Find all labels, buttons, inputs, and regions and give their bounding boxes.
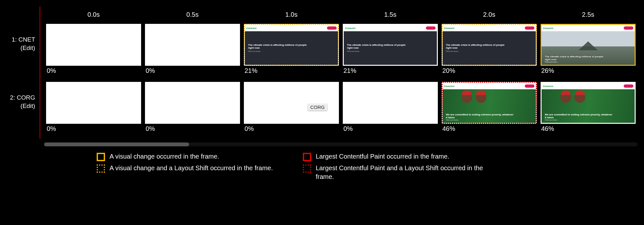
- mini-hero-h1: The climate crisis is affecting millions…: [545, 55, 605, 61]
- frame-thumb[interactable]: Concern The climate crisis is affecting …: [541, 24, 636, 66]
- legend-text: Largest Contentful Paint and a Layout Sh…: [316, 164, 483, 181]
- mini-logo: Concern: [444, 85, 454, 88]
- mini-hero: The climate crisis is affecting millions…: [344, 31, 437, 65]
- visual-complete-pct: 20%: [442, 67, 537, 74]
- mountain-shape: [579, 41, 598, 50]
- mini-logo: Concern: [543, 27, 553, 30]
- frame-cell[interactable]: Concern The climate crisis is affecting …: [242, 24, 341, 74]
- row-label-line1: 1: CNET: [12, 35, 35, 44]
- mini-hero: We are committed to ending extreme pover…: [443, 89, 536, 123]
- mini-hero: The climate crisis is affecting millions…: [245, 31, 338, 65]
- mini-hero-h1: The climate crisis is affecting millions…: [248, 44, 309, 50]
- filmstrip-container: 1: CNET (Edit) 2: CORG (Edit) 0.0s 0.5s …: [0, 0, 644, 139]
- mini-hero: We are committed to ending extreme pover…: [542, 89, 635, 123]
- visual-complete-pct: 26%: [541, 67, 636, 74]
- frame-cell[interactable]: Concern We are committed to ending extre…: [440, 82, 539, 132]
- swatch-red-dotted-icon: [303, 164, 311, 173]
- mini-header: Concern: [443, 25, 536, 31]
- mini-logo: Concern: [543, 85, 553, 88]
- frame-cell[interactable]: 0%: [341, 82, 440, 132]
- frame-cell[interactable]: 0%: [143, 24, 242, 74]
- filmstrip-row-cnet: 0% 0% Concern The climate crisis is affe…: [44, 23, 644, 81]
- mini-hero: The climate crisis is affecting millions…: [443, 31, 536, 65]
- visual-complete-pct: 0%: [46, 67, 141, 74]
- legend-item-visual-change-cls: A visual change and a Layout Shift occur…: [97, 164, 277, 173]
- frame-thumb[interactable]: Concern The climate crisis is affecting …: [244, 24, 339, 66]
- mini-page: Concern We are committed to ending extre…: [443, 83, 536, 123]
- frame-cell[interactable]: 0%: [143, 82, 242, 132]
- mini-page: Concern The climate crisis is affecting …: [542, 25, 635, 65]
- row-label-edit[interactable]: (Edit): [21, 102, 35, 110]
- mini-logo: Concern: [246, 27, 256, 30]
- frame-thumb[interactable]: [46, 82, 141, 124]
- legend: A visual change occurred in the frame. A…: [97, 152, 644, 184]
- mini-header: Concern: [344, 25, 437, 31]
- row-label-cnet[interactable]: 1: CNET (Edit): [0, 23, 40, 81]
- row-label-edit[interactable]: (Edit): [21, 44, 35, 52]
- scrollbar-thumb[interactable]: [44, 142, 189, 146]
- legend-column: A visual change occurred in the frame. A…: [97, 152, 277, 184]
- mini-hero-h1: The climate crisis is affecting millions…: [347, 44, 408, 50]
- frame-cell[interactable]: Concern The climate crisis is affecting …: [539, 24, 638, 74]
- frame-cell[interactable]: Concern We are committed to ending extre…: [539, 82, 638, 132]
- time-header: 1.0s: [242, 11, 341, 18]
- frame-thumb[interactable]: Concern The climate crisis is affecting …: [343, 24, 438, 66]
- time-header: 2.5s: [539, 11, 638, 18]
- mini-donate-btn: [624, 26, 633, 30]
- mini-page: Concern The climate crisis is affecting …: [344, 25, 437, 65]
- frame-cell[interactable]: 0%: [242, 82, 341, 132]
- time-header: 0.5s: [143, 11, 242, 18]
- mini-page: Concern We are committed to ending extre…: [542, 83, 635, 123]
- visual-complete-pct: 21%: [244, 67, 339, 74]
- frame-cell[interactable]: Concern The climate crisis is affecting …: [341, 24, 440, 74]
- mini-donate-btn: [525, 84, 534, 88]
- filmstrip-scroll-area[interactable]: 0.0s 0.5s 1.0s 1.5s 2.0s 2.5s 0% 0% Conc…: [40, 6, 644, 139]
- mini-header: Concern: [443, 83, 536, 89]
- legend-text: A visual change occurred in the frame.: [110, 152, 219, 161]
- frame-thumb[interactable]: [46, 24, 141, 66]
- frame-cell[interactable]: 0%: [44, 82, 143, 132]
- frame-thumb[interactable]: [145, 24, 240, 66]
- mini-donate-btn: [525, 26, 534, 30]
- time-header: 1.5s: [341, 11, 440, 18]
- mini-hero-sub: Find out more ›: [446, 119, 533, 121]
- frame-thumb[interactable]: [244, 82, 339, 124]
- frame-thumb[interactable]: Concern We are committed to ending extre…: [442, 82, 537, 124]
- frame-thumb[interactable]: [343, 82, 438, 124]
- mini-header: Concern: [542, 83, 635, 89]
- people-shapes: [560, 92, 585, 103]
- visual-complete-pct: 0%: [145, 125, 240, 132]
- mini-hero-sub: Find out more ›: [248, 50, 335, 52]
- time-header-row: 0.0s 0.5s 1.0s 1.5s 2.0s 2.5s: [44, 6, 644, 23]
- mini-hero-h1: The climate crisis is affecting millions…: [446, 44, 506, 50]
- visual-complete-pct: 0%: [46, 125, 141, 132]
- visual-complete-pct: 21%: [343, 67, 438, 74]
- legend-text: Largest Contentful Paint occurred in the…: [316, 152, 449, 161]
- legend-item-visual-change: A visual change occurred in the frame.: [97, 152, 277, 161]
- mini-header: Concern: [542, 25, 635, 31]
- frame-thumb[interactable]: Concern The climate crisis is affecting …: [442, 24, 537, 66]
- mini-hero-h1: We are committed to ending extreme pover…: [446, 113, 515, 119]
- mini-logo: Concern: [444, 27, 454, 30]
- visual-complete-pct: 46%: [541, 125, 636, 132]
- frame-cell[interactable]: Concern The climate crisis is affecting …: [440, 24, 539, 74]
- mini-hero-h1: We are committed to ending extreme pover…: [545, 113, 614, 119]
- visual-complete-pct: 0%: [244, 125, 339, 132]
- frame-thumb[interactable]: [145, 82, 240, 124]
- mini-page: Concern The climate crisis is affecting …: [443, 25, 536, 65]
- mini-header: Concern: [245, 25, 338, 31]
- mini-hero-sub: Find out more ›: [545, 61, 631, 63]
- frame-thumb[interactable]: Concern We are committed to ending extre…: [541, 82, 636, 124]
- mini-hero: The climate crisis is affecting millions…: [542, 31, 635, 65]
- swatch-yellow-dotted-icon: [97, 164, 105, 173]
- mini-donate-btn: [327, 26, 337, 30]
- row-labels-column: 1: CNET (Edit) 2: CORG (Edit): [0, 6, 40, 139]
- row-label-corg[interactable]: 2: CORG (Edit): [0, 81, 40, 139]
- mini-hero-sub: Find out more ›: [347, 50, 434, 52]
- swatch-red-solid-icon: [303, 153, 311, 161]
- frame-cell[interactable]: 0%: [44, 24, 143, 74]
- mini-donate-btn: [426, 26, 436, 30]
- horizontal-scrollbar[interactable]: [44, 142, 638, 146]
- visual-complete-pct: 46%: [442, 125, 537, 132]
- legend-text: A visual change and a Layout Shift occur…: [110, 164, 273, 172]
